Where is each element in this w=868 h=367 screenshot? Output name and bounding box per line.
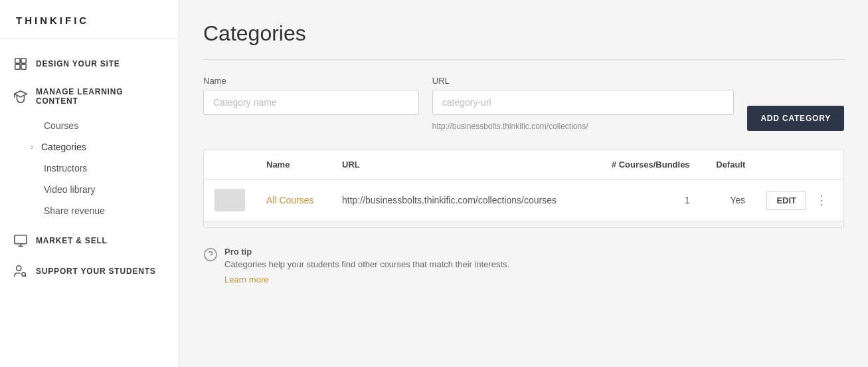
row-name-cell: All Courses — [256, 180, 331, 221]
categories-table-container: Name URL # Courses/Bundles Default All C… — [203, 150, 844, 228]
pro-tip-title: Pro tip — [224, 247, 509, 257]
row-thumbnail — [215, 189, 245, 211]
edit-button[interactable]: EDIT — [766, 191, 806, 210]
url-input[interactable] — [432, 90, 735, 115]
category-form-row: Name URL http://businessbolts.thinkific.… — [203, 76, 844, 131]
th-url: URL — [331, 150, 591, 180]
row-actions-cell: EDIT ⋮ — [756, 180, 843, 221]
nav-section-header-market[interactable]: MARKET & SELL — [0, 227, 179, 255]
nav-section-header-support[interactable]: SUPPORT YOUR STUDENTS — [0, 257, 179, 285]
sidebar-logo: THINKIFIC — [0, 0, 179, 39]
url-form-group: URL http://businessbolts.thinkific.com/c… — [432, 76, 735, 131]
svg-rect-2 — [15, 64, 20, 69]
row-default-value: Yes — [731, 195, 746, 205]
learning-icon — [13, 89, 28, 104]
url-hint: http://businessbolts.thinkific.com/colle… — [432, 122, 735, 131]
more-options-button[interactable]: ⋮ — [810, 190, 833, 210]
video-library-label: Video library — [44, 184, 96, 195]
name-input[interactable] — [203, 90, 419, 115]
pro-tip-learn-more-link[interactable]: Learn more — [224, 275, 268, 285]
svg-rect-3 — [21, 64, 26, 69]
pro-tip-text: Categories help your students find other… — [224, 259, 509, 269]
nav-section-header-learning[interactable]: MANAGE LEARNING CONTENT — [0, 80, 179, 112]
svg-point-5 — [17, 266, 21, 271]
nav-section-label-support: SUPPORT YOUR STUDENTS — [36, 267, 156, 276]
row-name-link[interactable]: All Courses — [266, 195, 314, 205]
categories-table: Name URL # Courses/Bundles Default All C… — [204, 150, 843, 221]
main-content: Categories Name URL http://businessbolts… — [179, 0, 868, 367]
svg-rect-0 — [15, 59, 20, 63]
nav-section-label-design: DESIGN YOUR SITE — [36, 59, 120, 68]
nav-section-label-market: MARKET & SELL — [36, 236, 108, 245]
row-default-cell: Yes — [701, 180, 756, 221]
th-thumb — [204, 150, 256, 180]
name-label: Name — [203, 76, 419, 86]
sidebar-item-video-library[interactable]: Video library — [36, 179, 179, 200]
svg-rect-4 — [15, 235, 27, 244]
table-row: All Courses http://businessbolts.thinkif… — [204, 180, 843, 221]
nav-sub-items-learning: Courses › Categories Instructors Video l… — [0, 112, 179, 224]
th-default: Default — [701, 150, 756, 180]
nav-section-header-design[interactable]: DESIGN YOUR SITE — [0, 50, 179, 78]
title-divider — [203, 59, 844, 60]
th-actions — [756, 150, 843, 180]
chevron-icon: › — [31, 142, 33, 152]
table-header-row: Name URL # Courses/Bundles Default — [204, 150, 843, 180]
sidebar-item-courses[interactable]: Courses — [36, 115, 179, 136]
name-form-group: Name — [203, 76, 419, 115]
sidebar-item-instructors[interactable]: Instructors — [36, 158, 179, 179]
courses-label: Courses — [44, 120, 78, 131]
svg-point-6 — [22, 273, 26, 277]
instructors-label: Instructors — [44, 163, 87, 174]
pro-tip-content: Pro tip Categories help your students fi… — [224, 247, 509, 285]
nav-section-market: MARKET & SELL — [0, 227, 179, 255]
row-url-value: http://businessbolts.thinkific.com/colle… — [342, 195, 557, 205]
nav-section-label-learning: MANAGE LEARNING CONTENT — [36, 87, 165, 106]
row-action-group: EDIT ⋮ — [766, 190, 833, 210]
row-thumb-cell — [204, 180, 256, 221]
nav-section-learning: MANAGE LEARNING CONTENT Courses › Catego… — [0, 80, 179, 224]
row-courses-value: 1 — [685, 195, 690, 205]
sidebar-item-categories[interactable]: › Categories — [36, 136, 179, 158]
svg-point-7 — [205, 249, 217, 261]
pro-tip-section: Pro tip Categories help your students fi… — [203, 247, 844, 285]
nav-section-design: DESIGN YOUR SITE — [0, 50, 179, 78]
logo-text: THINKIFIC — [16, 15, 89, 26]
support-icon — [13, 264, 28, 279]
categories-label: Categories — [41, 142, 86, 152]
add-category-button[interactable]: ADD CATEGORY — [747, 106, 844, 131]
th-name: Name — [256, 150, 331, 180]
pro-tip-icon — [203, 247, 218, 262]
th-courses: # Courses/Bundles — [591, 150, 701, 180]
table-scrollbar[interactable] — [204, 221, 843, 227]
page-title: Categories — [203, 21, 844, 46]
sidebar-nav: DESIGN YOUR SITE MANAGE LEARNING CONTENT… — [0, 39, 179, 367]
sidebar: THINKIFIC DESIGN YOUR SITE MANAGE LEARNI… — [0, 0, 179, 367]
nav-section-support: SUPPORT YOUR STUDENTS — [0, 257, 179, 285]
row-url-cell: http://businessbolts.thinkific.com/colle… — [331, 180, 591, 221]
svg-rect-1 — [21, 59, 26, 63]
sidebar-item-share-revenue[interactable]: Share revenue — [36, 200, 179, 221]
row-courses-cell: 1 — [591, 180, 701, 221]
design-icon — [13, 57, 28, 71]
share-revenue-label: Share revenue — [44, 205, 105, 216]
market-icon — [13, 233, 28, 248]
url-label: URL — [432, 76, 735, 86]
